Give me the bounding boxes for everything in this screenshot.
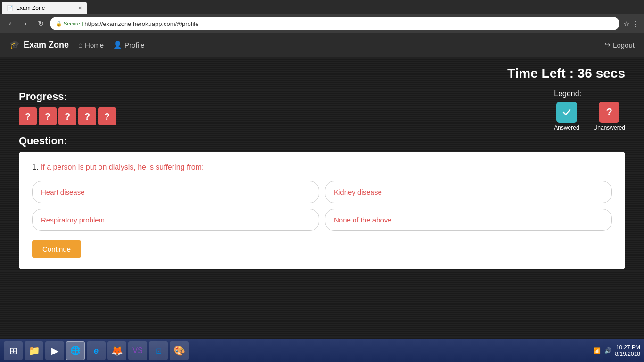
tab-title: Exam Zone bbox=[16, 5, 45, 11]
answered-icon bbox=[556, 102, 577, 123]
firefox-button[interactable]: 🦊 bbox=[107, 341, 126, 360]
taskbar-right: 📶 🔊 10:27 PM 8/19/2018 bbox=[594, 344, 640, 357]
legend-items: Answered ? Unanswered bbox=[554, 102, 625, 131]
taskbar: ⊞ 📁 ▶ 🌐 e 🦊 VS ⊡ 🎨 📶 🔊 10:27 PM 8/19/201… bbox=[0, 339, 644, 362]
option-c[interactable]: Respiratory problem bbox=[32, 209, 319, 231]
address-icons: ☆ ⋮ bbox=[623, 19, 639, 28]
progress-buttons: ? ? ? ? ? bbox=[19, 107, 625, 125]
menu-icon[interactable]: ⋮ bbox=[632, 19, 639, 28]
clock-date: 8/19/2018 bbox=[615, 351, 640, 357]
question-body: If a person is put on dialysis, he is su… bbox=[41, 163, 204, 171]
file-explorer-button[interactable]: 📁 bbox=[25, 341, 43, 360]
question-card: 1. If a person is put on dialysis, he is… bbox=[19, 152, 625, 269]
taskbar-left: ⊞ 📁 ▶ 🌐 e 🦊 VS ⊡ 🎨 bbox=[4, 341, 189, 360]
media-player-button[interactable]: ▶ bbox=[45, 341, 64, 360]
answered-label: Answered bbox=[554, 124, 579, 131]
paint-button[interactable]: 🎨 bbox=[170, 341, 189, 360]
options-grid: Heart disease Kidney disease Respiratory… bbox=[32, 181, 612, 231]
network-icon: 📶 bbox=[594, 347, 601, 354]
home-nav-link[interactable]: ⌂ Home bbox=[78, 41, 104, 49]
browser-tab[interactable]: 📄 Exam Zone ✕ bbox=[2, 2, 87, 14]
logout-link[interactable]: ↪ Logout bbox=[604, 41, 635, 49]
progress-label: Progress: bbox=[19, 90, 625, 103]
timer-label: Time Left : 36 secs bbox=[507, 66, 625, 81]
option-b-text: Kidney disease bbox=[334, 188, 382, 196]
question-number: 1. bbox=[32, 163, 38, 171]
back-button[interactable]: ‹ bbox=[5, 18, 16, 29]
profile-nav-link[interactable]: 👤 Profile bbox=[113, 41, 145, 49]
progress-btn-4[interactable]: ? bbox=[78, 107, 96, 125]
progress-btn-5[interactable]: ? bbox=[98, 107, 116, 125]
profile-label: Profile bbox=[124, 41, 145, 49]
chrome-button[interactable]: 🌐 bbox=[66, 341, 85, 360]
brand: 🎓 Exam Zone bbox=[9, 40, 69, 50]
brand-label: Exam Zone bbox=[24, 40, 69, 50]
progress-section: Progress: ? ? ? ? ? bbox=[19, 90, 625, 125]
option-d-text: None of the above bbox=[334, 216, 392, 224]
browser-chrome: 📄 Exam Zone ✕ ‹ › ↻ 🔒 Secure | https://e… bbox=[0, 0, 644, 33]
tab-favicon: 📄 bbox=[7, 5, 13, 11]
home-label: Home bbox=[85, 41, 104, 49]
continue-button[interactable]: Continue bbox=[32, 240, 81, 258]
unanswered-label: Unanswered bbox=[594, 124, 625, 131]
vstools-button[interactable]: VS bbox=[128, 341, 147, 360]
home-icon: ⌂ bbox=[78, 41, 83, 49]
progress-btn-3[interactable]: ? bbox=[58, 107, 76, 125]
tab-bar: 📄 Exam Zone ✕ bbox=[0, 0, 644, 14]
logout-icon: ↪ bbox=[604, 41, 611, 49]
reload-button[interactable]: ↻ bbox=[35, 18, 46, 29]
option-c-text: Respiratory problem bbox=[41, 216, 105, 224]
question-text: 1. If a person is put on dialysis, he is… bbox=[32, 163, 612, 172]
option-b[interactable]: Kidney disease bbox=[325, 181, 612, 203]
option-d[interactable]: None of the above bbox=[325, 209, 612, 231]
address-bar: ‹ › ↻ 🔒 Secure | https://examzone.heroku… bbox=[0, 14, 644, 33]
option-a[interactable]: Heart disease bbox=[32, 181, 319, 203]
legend-section: Legend: Answered ? Unanswered bbox=[554, 90, 625, 131]
url-bar[interactable]: 🔒 Secure | https://examzone.herokuapp.co… bbox=[50, 17, 619, 30]
legend-title: Legend: bbox=[554, 90, 625, 98]
progress-btn-2[interactable]: ? bbox=[39, 107, 57, 125]
question-section-label: Question: bbox=[19, 135, 625, 147]
progress-btn-1[interactable]: ? bbox=[19, 107, 37, 125]
ie-button[interactable]: e bbox=[87, 341, 106, 360]
secure-indicator: 🔒 Secure | bbox=[56, 21, 83, 27]
taskbar-clock: 10:27 PM 8/19/2018 bbox=[615, 344, 640, 357]
timer: Time Left : 36 secs bbox=[19, 66, 625, 81]
unanswered-icon: ? bbox=[599, 102, 619, 123]
brand-icon: 🎓 bbox=[9, 40, 20, 50]
option-a-text: Heart disease bbox=[41, 188, 85, 196]
clock-time: 10:27 PM bbox=[615, 344, 640, 351]
legend-unanswered: ? Unanswered bbox=[594, 102, 625, 131]
profile-icon: 👤 bbox=[113, 41, 122, 49]
forward-button[interactable]: › bbox=[20, 18, 31, 29]
logout-label: Logout bbox=[613, 41, 635, 49]
legend-answered: Answered bbox=[554, 102, 579, 131]
volume-icon: 🔊 bbox=[604, 347, 611, 354]
continue-label: Continue bbox=[42, 245, 71, 253]
start-button[interactable]: ⊞ bbox=[4, 341, 23, 360]
url-text: https://examzone.herokuapp.com/#/profile bbox=[84, 20, 198, 27]
app-navbar: 🎓 Exam Zone ⌂ Home 👤 Profile ↪ Logout bbox=[0, 33, 644, 57]
bookmark-icon[interactable]: ☆ bbox=[623, 19, 630, 28]
start-icon: ⊞ bbox=[9, 345, 17, 356]
tab-close-button[interactable]: ✕ bbox=[78, 5, 82, 11]
vscode-button[interactable]: ⊡ bbox=[149, 341, 168, 360]
main-content: Time Left : 36 secs Progress: ? ? ? ? ? … bbox=[0, 57, 644, 339]
